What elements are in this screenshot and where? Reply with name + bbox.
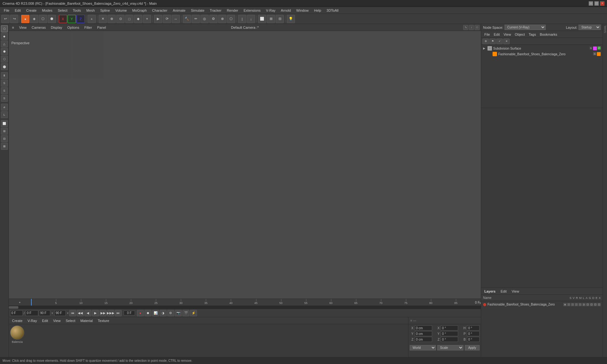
record-btn-7[interactable]: 🎬 <box>182 310 189 316</box>
layer-icon-a[interactable]: ▷ <box>582 303 586 306</box>
menu-item-edit[interactable]: Edit <box>12 8 23 13</box>
poly-mode-btn[interactable]: ⬢ <box>48 15 56 23</box>
vp-menu-panel[interactable]: Panel <box>96 26 107 29</box>
menu-item-tools[interactable]: Tools <box>70 8 83 13</box>
mat-material-menu[interactable]: Material <box>79 319 94 323</box>
vp-menu-hamburger[interactable]: ≡ <box>11 26 15 29</box>
end-frame-2-input[interactable] <box>54 310 66 316</box>
om-bookmarks-menu[interactable]: Bookmarks <box>538 33 558 36</box>
tool-13[interactable]: ⚙ <box>209 15 218 23</box>
tool-3[interactable]: ⊙ <box>116 15 125 23</box>
object-item-shoes[interactable]: Fashionable_Barefoot_Shoes_Balenciaga_Ze… <box>482 51 602 57</box>
record-btn-3[interactable]: 📊 <box>152 310 159 316</box>
layer-icon-d[interactable]: ⬡ <box>590 303 593 306</box>
layer-icon-r[interactable]: □ <box>571 303 574 306</box>
left-tool-14[interactable]: ⊟ <box>1 135 8 142</box>
left-tool-13[interactable]: ⊞ <box>1 128 8 135</box>
coord-system-dropdown[interactable]: World Local Object <box>410 345 436 350</box>
mat-view-menu[interactable]: View <box>52 319 62 323</box>
timeline-scroll-thumb[interactable] <box>9 306 18 309</box>
menu-item-animate[interactable]: Animate <box>170 8 188 13</box>
mat-texture-menu[interactable]: Texture <box>96 319 110 323</box>
menu-item-render[interactable]: Render <box>224 8 241 13</box>
record-btn-5[interactable]: ⚙ <box>167 310 174 316</box>
y-pos-input[interactable] <box>415 331 432 336</box>
left-tool-4[interactable]: ⬡ <box>1 56 8 63</box>
tool-7[interactable]: ▶ <box>154 15 162 23</box>
h-input[interactable] <box>467 325 480 331</box>
om-file-menu[interactable]: File <box>483 33 491 36</box>
record-btn-8[interactable]: ⚡ <box>190 310 197 316</box>
om-tool-1[interactable]: ⚙ <box>482 39 489 44</box>
menu-item-window[interactable]: Window <box>294 8 311 13</box>
minimize-btn[interactable]: ─ <box>589 1 593 6</box>
menu-item-mesh[interactable]: Mesh <box>84 8 97 13</box>
z-pos-input[interactable] <box>415 337 432 342</box>
tool-17[interactable]: ↓ <box>247 15 255 23</box>
left-tool-1[interactable]: ◆ <box>1 33 8 40</box>
menu-item-volume[interactable]: Volume <box>113 8 130 13</box>
tool-8[interactable]: ⟳ <box>163 15 171 23</box>
menu-item-character[interactable]: Character <box>150 8 170 13</box>
om-object-menu[interactable]: Object <box>513 33 526 36</box>
menu-item-3dtoall[interactable]: 3DToAll <box>324 8 341 13</box>
close-btn[interactable]: ✕ <box>600 1 604 6</box>
x-axis-btn[interactable]: X <box>59 15 67 23</box>
tool-10[interactable]: 🔨 <box>183 15 191 23</box>
redo-btn[interactable]: ↪ <box>10 15 18 23</box>
goto-end-btn[interactable]: ⏭ <box>115 310 122 316</box>
layer-icon-v[interactable]: □ <box>567 303 570 306</box>
menu-item-arnold[interactable]: Arnold <box>278 8 293 13</box>
tool-18[interactable]: ⬜ <box>258 15 266 23</box>
timeline-ruler[interactable]: ● 051015202530354045505560657075808590 0… <box>9 299 481 306</box>
om-tool-3[interactable]: ✓ <box>496 39 503 44</box>
menu-item-help[interactable]: Help <box>311 8 324 13</box>
tool-15[interactable]: ⬡ <box>227 15 235 23</box>
vp-menu-cameras[interactable]: Cameras <box>30 26 47 29</box>
node-space-dropdown[interactable]: Current (V-Ray) Cinema 4D Arnold <box>505 25 546 30</box>
left-tool-15[interactable]: ⊠ <box>1 143 8 150</box>
mat-edit-menu[interactable]: Edit <box>41 319 49 323</box>
left-tool-6[interactable]: ⏸ <box>1 72 8 79</box>
layer-icon-g[interactable]: ⬡ <box>586 303 589 306</box>
menu-item-mograph[interactable]: MoGraph <box>130 8 149 13</box>
vp-menu-filter[interactable]: Filter <box>83 26 93 29</box>
tool-9[interactable]: ↔ <box>172 15 180 23</box>
tool-6[interactable]: ⌖ <box>143 15 151 23</box>
p-input[interactable] <box>467 331 480 336</box>
menu-item-v-ray[interactable]: V-Ray <box>263 8 278 13</box>
y-axis-btn[interactable]: Y <box>68 15 76 23</box>
scale-mode-dropdown[interactable]: Scale Size <box>437 345 463 350</box>
end-frame-1-input[interactable] <box>39 310 50 316</box>
left-tool-3[interactable]: ⬢ <box>1 48 8 55</box>
layer-icon-solo[interactable]: ● <box>563 303 567 306</box>
menu-item-tracker[interactable]: Tracker <box>207 8 224 13</box>
mat-create-menu[interactable]: Create <box>11 319 24 323</box>
add-btn[interactable]: + <box>88 15 96 23</box>
x-pos-input[interactable] <box>415 325 432 331</box>
left-tool-7[interactable]: S <box>1 80 8 87</box>
tool-1[interactable]: ✕ <box>99 15 107 23</box>
layer-icon-e[interactable]: ⬡ <box>594 303 597 306</box>
layer-icon-l[interactable]: □ <box>579 303 582 306</box>
play-btn[interactable]: ▶ <box>92 310 99 316</box>
menu-item-spline[interactable]: Spline <box>98 8 113 13</box>
next-frame-btn[interactable]: ▶▶▶ <box>107 310 114 316</box>
layers-view-menu[interactable]: View <box>510 289 520 293</box>
vp-menu-options[interactable]: Options <box>66 26 81 29</box>
record-btn-2[interactable]: ⏺ <box>144 310 151 316</box>
tool-12[interactable]: ◎ <box>200 15 209 23</box>
left-tool-12[interactable]: ⬜ <box>1 120 8 127</box>
prev-play-btn[interactable]: ◀ <box>84 310 91 316</box>
mat-vray-menu[interactable]: V-Ray <box>26 319 38 323</box>
menu-item-extensions[interactable]: Extensions <box>241 8 263 13</box>
tool-20[interactable]: ⊟ <box>276 15 284 23</box>
record-btn-4[interactable]: ◑ <box>160 310 167 316</box>
layer-item-shoes[interactable]: Fashionable_Barefoot_Shoes_Balenciaga_Ze… <box>482 302 602 307</box>
om-tool-2[interactable]: ⚑ <box>489 39 496 44</box>
om-tool-4[interactable]: ✕ <box>503 39 510 44</box>
vp-icon-2[interactable]: ↓ <box>469 25 474 30</box>
prev-frame-btn[interactable]: ◀◀ <box>77 310 84 316</box>
record-btn-1[interactable]: ● <box>137 310 144 316</box>
maximize-btn[interactable]: □ <box>594 1 599 6</box>
